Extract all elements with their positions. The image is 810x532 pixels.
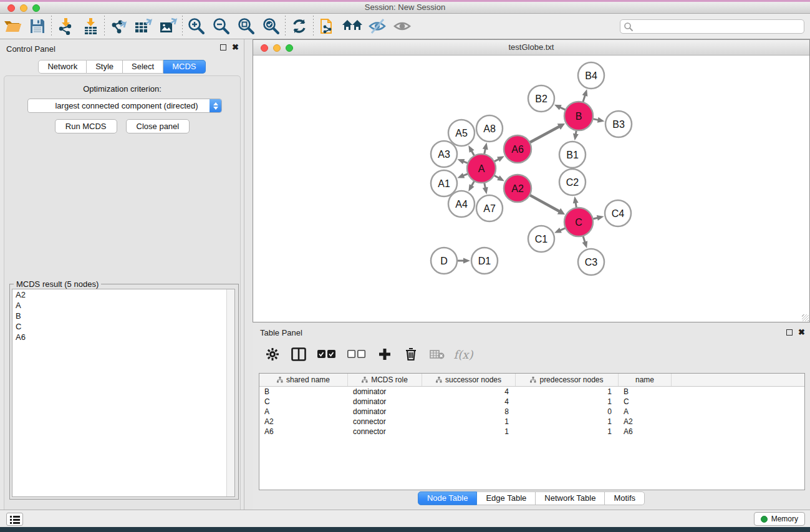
table-cell[interactable]: B (619, 387, 672, 397)
table-cell[interactable]: 0 (516, 407, 619, 417)
delete-table-icon[interactable] (428, 346, 446, 363)
tab-style[interactable]: Style (87, 60, 123, 74)
import-table-icon[interactable] (78, 16, 103, 37)
criterion-dropdown[interactable]: largest connected component (directed) (27, 99, 222, 113)
table-cell[interactable]: C (619, 397, 672, 407)
table-cell[interactable]: 4 (422, 387, 516, 397)
column-header-name[interactable]: name (619, 374, 672, 386)
mcds-result-item[interactable]: B (12, 311, 234, 321)
graph-edge[interactable] (529, 195, 560, 211)
zoom-fit-icon[interactable] (234, 16, 259, 37)
zoom-in-icon[interactable] (184, 16, 209, 37)
table-cell[interactable]: dominator (348, 397, 422, 407)
save-session-icon[interactable] (25, 16, 50, 37)
close-panel-icon[interactable]: ✖ (232, 44, 239, 51)
table-cell[interactable]: 8 (422, 407, 516, 417)
tab-motifs[interactable]: Motifs (605, 491, 645, 505)
graph-edge[interactable] (529, 126, 560, 143)
mcds-result-item[interactable]: A2 (12, 289, 234, 300)
close-window-button[interactable] (7, 4, 15, 12)
show-column-panel-icon[interactable] (290, 346, 307, 363)
window-controls[interactable] (7, 4, 40, 12)
table-cell[interactable]: B (259, 387, 348, 397)
show-task-history-button[interactable] (6, 513, 23, 526)
select-all-columns-icon[interactable] (316, 346, 337, 363)
create-column-plus-icon[interactable] (376, 346, 393, 363)
table-row[interactable]: Bdominator41B (259, 387, 804, 397)
network-close-button[interactable] (261, 44, 268, 52)
network-canvas[interactable]: B4B2BB3A8A5A6A3B1AC2A1A2A4A7C4CC1DD1C3 (253, 56, 809, 322)
close-table-panel-icon[interactable]: ✖ (798, 329, 805, 336)
mcds-result-list[interactable]: A2ABCA6 (12, 289, 235, 497)
table-settings-gear-icon[interactable] (264, 346, 281, 363)
column-header-predecessor-nodes[interactable]: predecessor nodes (516, 374, 619, 386)
run-mcds-button[interactable]: Run MCDS (55, 119, 117, 133)
hide-graphics-details-icon[interactable] (365, 16, 390, 37)
column-header-shared-name[interactable]: shared name (259, 374, 348, 386)
float-panel-icon[interactable] (220, 44, 226, 51)
open-file-icon[interactable] (0, 16, 25, 37)
home-network-icon[interactable] (340, 16, 365, 37)
network-graph[interactable]: B4B2BB3A8A5A6A3B1AC2A1A2A4A7C4CC1DD1C3 (253, 56, 809, 322)
tab-node-table[interactable]: Node Table (418, 491, 478, 505)
export-image-icon[interactable] (156, 16, 181, 37)
table-cell[interactable]: 4 (422, 397, 516, 407)
table-cell[interactable]: 1 (516, 397, 619, 407)
column-header-successor-nodes[interactable]: successor nodes (422, 374, 516, 386)
import-network-icon[interactable] (53, 16, 78, 37)
table-cell[interactable]: C (259, 397, 348, 407)
table-cell[interactable]: A6 (259, 427, 348, 437)
column-header-MCDS-role[interactable]: MCDS role (348, 374, 422, 386)
tab-select[interactable]: Select (123, 60, 163, 74)
zoom-out-icon[interactable] (209, 16, 234, 37)
zoom-window-button[interactable] (32, 4, 40, 12)
table-cell[interactable]: 1 (516, 427, 619, 437)
unselect-all-columns-icon[interactable] (346, 346, 367, 363)
search-field[interactable] (620, 19, 804, 34)
function-builder-icon[interactable]: f(x) (455, 346, 472, 363)
tab-network-table[interactable]: Network Table (536, 491, 605, 505)
export-table-icon[interactable] (131, 16, 156, 37)
refresh-icon[interactable] (287, 16, 312, 37)
table-cell[interactable]: dominator (348, 407, 422, 417)
open-network-file-icon[interactable] (315, 16, 340, 37)
float-table-panel-icon[interactable] (786, 329, 793, 336)
table-cell[interactable]: 1 (422, 427, 516, 437)
tab-network[interactable]: Network (38, 60, 87, 74)
memory-button[interactable]: Memory (754, 512, 805, 526)
table-row[interactable]: A2connector11A2 (259, 417, 804, 427)
mcds-result-item[interactable]: A (12, 300, 234, 311)
table-cell[interactable]: 1 (516, 417, 619, 427)
minimize-window-button[interactable] (20, 4, 27, 12)
table-cell[interactable]: A (619, 407, 672, 417)
table-cell[interactable]: A2 (619, 417, 672, 427)
mcds-result-item[interactable]: A6 (12, 332, 234, 342)
result-list-scrollbar[interactable] (226, 289, 234, 496)
resize-grip-icon[interactable] (802, 314, 809, 321)
table-cell[interactable]: A2 (259, 417, 348, 427)
search-input[interactable] (634, 21, 804, 32)
table-cell[interactable]: 1 (422, 417, 516, 427)
node-table[interactable]: shared nameMCDS rolesuccessor nodesprede… (259, 373, 805, 490)
table-cell[interactable]: connector (348, 427, 422, 437)
network-minimize-button[interactable] (273, 44, 281, 52)
table-header-row[interactable]: shared nameMCDS rolesuccessor nodesprede… (259, 374, 804, 387)
network-window-titlebar[interactable]: testGlobe.txt (253, 40, 809, 56)
export-network-icon[interactable] (106, 16, 131, 37)
table-cell[interactable]: A6 (619, 427, 672, 437)
table-cell[interactable]: 1 (516, 387, 619, 397)
mcds-result-item[interactable]: C (12, 321, 234, 332)
close-panel-button[interactable]: Close panel (126, 119, 190, 133)
tab-mcds[interactable]: MCDS (163, 60, 205, 74)
show-graphics-details-icon[interactable] (390, 16, 415, 37)
tab-edge-table[interactable]: Edge Table (477, 491, 536, 505)
network-zoom-button[interactable] (286, 44, 293, 52)
table-cell[interactable]: A (259, 407, 348, 417)
table-row[interactable]: Adominator80A (259, 407, 804, 417)
table-cell[interactable]: dominator (348, 387, 422, 397)
zoom-selected-icon[interactable] (259, 16, 284, 37)
table-cell[interactable]: connector (348, 417, 422, 427)
table-row[interactable]: A6connector11A6 (259, 427, 804, 437)
table-row[interactable]: Cdominator41C (259, 397, 804, 407)
delete-column-trash-icon[interactable] (402, 346, 420, 363)
